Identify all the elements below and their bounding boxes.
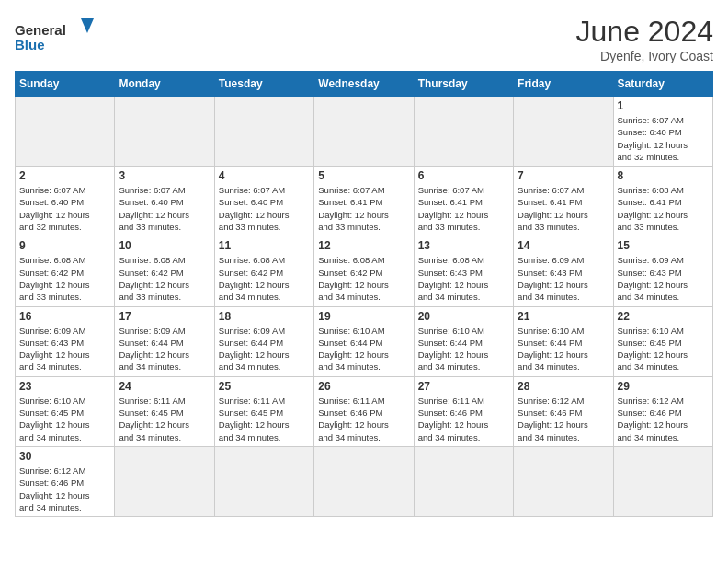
- calendar-row-6: 30 Sunrise: 6:12 AMSunset: 6:46 PMDaylig…: [16, 446, 713, 516]
- empty-cell: [414, 446, 513, 516]
- calendar-row-5: 23 Sunrise: 6:10 AMSunset: 6:45 PMDaylig…: [16, 376, 713, 446]
- header-friday: Friday: [514, 72, 613, 97]
- day-6: 6 Sunrise: 6:07 AMSunset: 6:41 PMDayligh…: [414, 167, 513, 236]
- day-17: 17 Sunrise: 6:09 AMSunset: 6:44 PMDaylig…: [115, 306, 214, 376]
- day-22: 22 Sunrise: 6:10 AMSunset: 6:45 PMDaylig…: [613, 306, 712, 376]
- day-18: 18 Sunrise: 6:09 AMSunset: 6:44 PMDaylig…: [214, 306, 313, 376]
- day-27: 27 Sunrise: 6:11 AMSunset: 6:46 PMDaylig…: [414, 376, 513, 446]
- day-20: 20 Sunrise: 6:10 AMSunset: 6:44 PMDaylig…: [414, 306, 513, 376]
- main-title: June 2024: [576, 15, 713, 49]
- empty-cell: [214, 97, 313, 167]
- day-19: 19 Sunrise: 6:10 AMSunset: 6:44 PMDaylig…: [314, 306, 414, 376]
- header-monday: Monday: [115, 72, 214, 97]
- day-28: 28 Sunrise: 6:12 AMSunset: 6:46 PMDaylig…: [514, 376, 613, 446]
- empty-cell: [514, 97, 613, 167]
- day-2: 2 Sunrise: 6:07 AMSunset: 6:40 PMDayligh…: [16, 167, 115, 236]
- empty-cell: [314, 446, 414, 516]
- day-3: 3 Sunrise: 6:07 AMSunset: 6:40 PMDayligh…: [115, 167, 214, 236]
- day-24: 24 Sunrise: 6:11 AMSunset: 6:45 PMDaylig…: [115, 376, 214, 446]
- svg-text:General: General: [15, 22, 66, 38]
- empty-cell: [115, 97, 214, 167]
- empty-cell: [214, 446, 313, 516]
- header-saturday: Saturday: [613, 72, 712, 97]
- page-header: General Blue June 2024 Dyenfe, Ivory Coa…: [15, 15, 713, 63]
- header-wednesday: Wednesday: [314, 72, 414, 97]
- svg-text:Blue: Blue: [15, 37, 45, 52]
- day-25: 25 Sunrise: 6:11 AMSunset: 6:45 PMDaylig…: [214, 376, 313, 446]
- day-14: 14 Sunrise: 6:09 AMSunset: 6:43 PMDaylig…: [514, 236, 613, 306]
- weekday-header-row: Sunday Monday Tuesday Wednesday Thursday…: [16, 72, 713, 97]
- day-1: 1 Sunrise: 6:07 AMSunset: 6:40 PMDayligh…: [613, 97, 712, 167]
- day-4: 4 Sunrise: 6:07 AMSunset: 6:40 PMDayligh…: [214, 167, 313, 236]
- empty-cell: [16, 97, 115, 167]
- calendar-row-1: 1 Sunrise: 6:07 AMSunset: 6:40 PMDayligh…: [16, 97, 713, 167]
- empty-cell: [514, 446, 613, 516]
- calendar-row-2: 2 Sunrise: 6:07 AMSunset: 6:40 PMDayligh…: [16, 167, 713, 236]
- day-11: 11 Sunrise: 6:08 AMSunset: 6:42 PMDaylig…: [214, 236, 313, 306]
- day-29: 29 Sunrise: 6:12 AMSunset: 6:46 PMDaylig…: [613, 376, 712, 446]
- calendar-row-4: 16 Sunrise: 6:09 AMSunset: 6:43 PMDaylig…: [16, 306, 713, 376]
- day-9: 9 Sunrise: 6:08 AMSunset: 6:42 PMDayligh…: [16, 236, 115, 306]
- day-5: 5 Sunrise: 6:07 AMSunset: 6:41 PMDayligh…: [314, 167, 414, 236]
- empty-cell: [314, 97, 414, 167]
- empty-cell: [115, 446, 214, 516]
- day-30: 30 Sunrise: 6:12 AMSunset: 6:46 PMDaylig…: [16, 446, 115, 516]
- title-block: June 2024 Dyenfe, Ivory Coast: [576, 15, 713, 63]
- day-8: 8 Sunrise: 6:08 AMSunset: 6:41 PMDayligh…: [613, 167, 712, 236]
- day-15: 15 Sunrise: 6:09 AMSunset: 6:43 PMDaylig…: [613, 236, 712, 306]
- logo: General Blue: [15, 15, 97, 59]
- empty-cell: [613, 446, 712, 516]
- calendar-table: Sunday Monday Tuesday Wednesday Thursday…: [15, 71, 713, 517]
- day-12: 12 Sunrise: 6:08 AMSunset: 6:42 PMDaylig…: [314, 236, 414, 306]
- subtitle: Dyenfe, Ivory Coast: [576, 49, 713, 63]
- calendar-row-3: 9 Sunrise: 6:08 AMSunset: 6:42 PMDayligh…: [16, 236, 713, 306]
- svg-marker-2: [81, 18, 94, 33]
- day-26: 26 Sunrise: 6:11 AMSunset: 6:46 PMDaylig…: [314, 376, 414, 446]
- day-23: 23 Sunrise: 6:10 AMSunset: 6:45 PMDaylig…: [16, 376, 115, 446]
- day-7: 7 Sunrise: 6:07 AMSunset: 6:41 PMDayligh…: [514, 167, 613, 236]
- header-sunday: Sunday: [16, 72, 115, 97]
- day-13: 13 Sunrise: 6:08 AMSunset: 6:43 PMDaylig…: [414, 236, 513, 306]
- day-21: 21 Sunrise: 6:10 AMSunset: 6:44 PMDaylig…: [514, 306, 613, 376]
- header-thursday: Thursday: [414, 72, 513, 97]
- logo-svg: General Blue: [15, 15, 97, 59]
- day-16: 16 Sunrise: 6:09 AMSunset: 6:43 PMDaylig…: [16, 306, 115, 376]
- day-10: 10 Sunrise: 6:08 AMSunset: 6:42 PMDaylig…: [115, 236, 214, 306]
- empty-cell: [414, 97, 513, 167]
- header-tuesday: Tuesday: [214, 72, 313, 97]
